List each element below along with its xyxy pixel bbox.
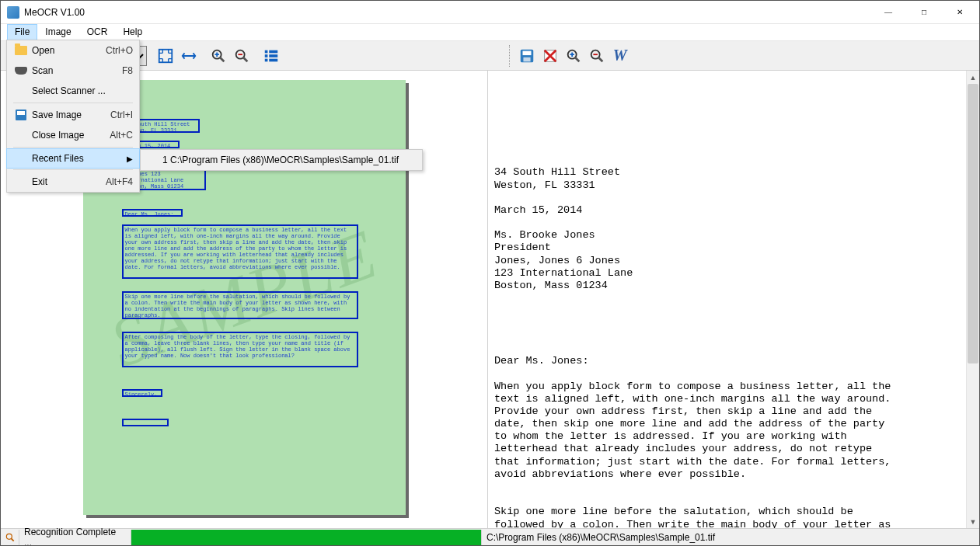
svg-rect-3 xyxy=(265,50,268,53)
menu-separator xyxy=(13,103,133,103)
menubar: File Image OCR Help xyxy=(1,24,979,41)
save-text-button[interactable] xyxy=(516,45,538,67)
workspace: SAMPLE 34 South Hill Street Weston, FL 3… xyxy=(1,71,979,528)
svg-rect-7 xyxy=(269,54,277,57)
clear-text-button[interactable] xyxy=(539,45,561,67)
menu-help[interactable]: Help xyxy=(115,24,150,40)
window-title: MeOCR V1.00 xyxy=(24,7,870,18)
folder-icon xyxy=(13,44,29,57)
titlebar: MeOCR V1.00 — □ ✕ xyxy=(1,1,979,24)
toolbar: W xyxy=(1,41,979,71)
recent-files-submenu: 1 C:\Program Files (x86)\MeOCR\Samples\S… xyxy=(140,149,423,171)
statusbar: Recognition Complete ... C:\Program File… xyxy=(1,528,979,545)
text-pane: 34 South Hill Street Weston, FL 33331 Ma… xyxy=(488,71,979,528)
save-icon xyxy=(13,109,29,121)
svg-rect-10 xyxy=(523,50,532,55)
app-icon xyxy=(7,6,19,19)
svg-rect-4 xyxy=(265,54,268,57)
menu-file[interactable]: File xyxy=(7,24,37,40)
svg-rect-5 xyxy=(265,58,268,61)
ocr-block-signature xyxy=(122,419,169,426)
ocr-text-output[interactable]: 34 South Hill Street Weston, FL 33331 Ma… xyxy=(488,71,966,528)
menu-open[interactable]: Open Ctrl+O xyxy=(7,40,139,61)
menu-image[interactable]: Image xyxy=(37,24,78,40)
maximize-button[interactable]: □ xyxy=(906,1,942,24)
minimize-button[interactable]: — xyxy=(870,1,906,24)
zoom-in-text-button[interactable] xyxy=(563,45,584,67)
file-dropdown: Open Ctrl+O Scan F8 Select Scanner ... S… xyxy=(6,40,140,193)
ocr-block-para2: Skip one more line before the salutation… xyxy=(122,291,358,319)
scrollbar-thumb[interactable] xyxy=(968,84,978,363)
menu-ocr[interactable]: OCR xyxy=(79,24,116,40)
zoom-out-button[interactable] xyxy=(231,45,253,67)
zoom-out-text-button[interactable] xyxy=(586,45,608,67)
list-button[interactable] xyxy=(260,45,282,67)
scroll-up-icon[interactable]: ▲ xyxy=(967,71,979,84)
ocr-block-closing: Sincerely, xyxy=(122,389,162,397)
chevron-right-icon: ▶ xyxy=(127,155,133,163)
recent-file-1[interactable]: 1 C:\Program Files (x86)\MeOCR\Samples\S… xyxy=(141,150,422,170)
word-export-button[interactable]: W xyxy=(609,45,631,67)
status-message: Recognition Complete ... xyxy=(19,530,131,545)
menu-scan[interactable]: Scan F8 xyxy=(7,61,139,81)
status-file-path: C:\Program Files (x86)\MeOCR\Samples\Sam… xyxy=(482,532,979,543)
menu-separator xyxy=(13,147,133,148)
svg-rect-8 xyxy=(269,58,277,61)
scroll-down-icon[interactable]: ▼ xyxy=(967,515,979,528)
menu-save-image[interactable]: Save Image Ctrl+I xyxy=(7,105,139,125)
menu-close-image[interactable]: Close Image Alt+C xyxy=(7,125,139,145)
menu-exit[interactable]: Exit Alt+F4 xyxy=(7,172,139,192)
fit-page-button[interactable] xyxy=(155,45,176,67)
svg-rect-11 xyxy=(523,57,530,61)
status-icon xyxy=(1,530,19,545)
close-button[interactable]: ✕ xyxy=(942,1,978,24)
ocr-block-para3: After composing the body of the letter, … xyxy=(122,332,358,367)
fit-width-button[interactable] xyxy=(178,45,200,67)
svg-rect-6 xyxy=(269,50,277,53)
menu-recent-files[interactable]: Recent Files ▶ 1 C:\Program Files (x86)\… xyxy=(6,148,140,169)
vertical-scrollbar[interactable]: ▲ ▼ xyxy=(966,71,979,528)
menu-select-scanner[interactable]: Select Scanner ... xyxy=(7,81,139,101)
scanner-icon xyxy=(13,64,29,77)
ocr-block-para1: When you apply block form to compose a b… xyxy=(122,224,358,279)
ocr-block-salutation: Dear Ms. Jones: xyxy=(122,209,183,217)
svg-text:W: W xyxy=(613,47,629,64)
svg-rect-0 xyxy=(159,49,173,62)
zoom-in-button[interactable] xyxy=(208,45,229,67)
menu-separator xyxy=(13,169,133,170)
status-progress-bar xyxy=(131,530,482,545)
